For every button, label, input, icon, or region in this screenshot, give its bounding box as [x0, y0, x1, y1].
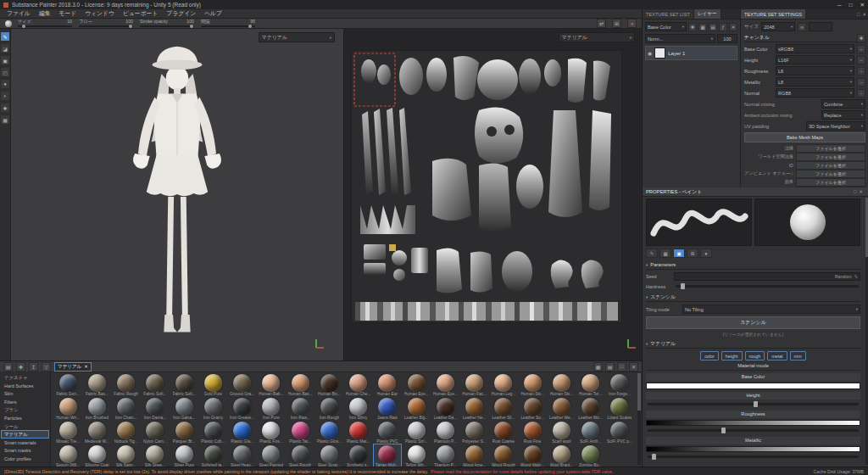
material-thumbnail[interactable]: SciFi PVC p... [605, 420, 634, 444]
shelf-category-item[interactable]: Skin [1, 389, 49, 398]
material-thumbnail[interactable]: Tartan Mult... [373, 444, 402, 467]
2d-uv-viewport[interactable]: マテリアル ▾ [343, 29, 642, 360]
material-thumbnail[interactable]: Steel Rough [286, 444, 314, 467]
material-thumbnail[interactable]: Leather So... [518, 396, 547, 420]
material-thumbnail[interactable]: Steel Painted [257, 444, 286, 467]
material-thumbnail[interactable]: Leather We... [547, 396, 576, 420]
material-thumbnail[interactable]: Human Leg... [489, 372, 518, 396]
shelf-category-item[interactable]: Smart materials [1, 439, 49, 447]
toolbar-slider[interactable]: 間隔95 [201, 20, 255, 27]
shelf-category-item[interactable]: テクスチャ [1, 373, 49, 382]
random-seed-button[interactable]: Random [835, 274, 852, 279]
slider-handle[interactable] [652, 454, 656, 460]
material-thumbnail[interactable]: Platinum P... [431, 420, 459, 444]
menu-item[interactable]: ヘルプ [200, 9, 226, 18]
texture-size-field[interactable] [809, 22, 832, 31]
hardness-slider[interactable] [676, 285, 859, 288]
bake-mesh-maps-button[interactable]: Bake Mesh Maps [744, 132, 865, 142]
tiling-mode-select[interactable]: No Tiling ▾ [682, 305, 860, 314]
uv-texture-canvas[interactable] [352, 51, 621, 322]
material-thumbnail[interactable]: Fabric Soft... [141, 372, 170, 396]
float-panel-icon[interactable]: □ [857, 12, 860, 17]
base-color-picker[interactable] [646, 383, 860, 389]
material-thumbnail[interactable]: Nylon Cam... [141, 420, 170, 444]
close-panel-icon[interactable]: ✕ [859, 189, 863, 194]
minimize-button[interactable]: ─ [837, 2, 842, 8]
material-thumbnail[interactable]: Teflon Wh... [402, 444, 431, 467]
material-thumbnail[interactable]: Parquet Br... [170, 420, 198, 444]
channel-toggle-button[interactable]: nrm [790, 351, 806, 360]
delete-layer-icon[interactable]: ✕ [729, 23, 737, 31]
folder-icon[interactable]: ▤ [3, 362, 13, 372]
normal-mixing-select[interactable]: Combine ▾ [821, 99, 865, 109]
material-thumbnail[interactable]: Iron Raw... [286, 396, 314, 420]
remove-channel-button[interactable]: − [857, 89, 865, 98]
material-thumbnail[interactable]: Human Wri... [53, 396, 82, 420]
material-thumbnail[interactable]: Scarf wool [547, 420, 576, 444]
material-thumbnail[interactable]: Rust Fine [518, 420, 547, 444]
material-thumbnail[interactable]: Leather Da... [431, 396, 459, 420]
brush-preview-icon[interactable] [5, 20, 12, 27]
material-thumbnail[interactable]: Human Che... [344, 372, 373, 396]
material-thumbnail[interactable]: Human Eye... [402, 372, 431, 396]
channel-toggle-button[interactable]: color [700, 351, 719, 360]
slider-handle[interactable] [129, 25, 132, 28]
menu-item[interactable]: プラグイン [162, 9, 200, 18]
slider-handle[interactable] [681, 283, 685, 289]
material-thumbnail[interactable]: Fabric Bas... [82, 372, 111, 396]
remove-channel-button[interactable]: − [857, 56, 865, 64]
channel-format-select[interactable]: L16F ▾ [776, 55, 854, 64]
snap-grid-icon[interactable]: ⊞ [612, 19, 621, 28]
material-thumbnail[interactable]: Human Bo... [314, 372, 343, 396]
uv-shading-mode-dropdown[interactable]: マテリアル ▾ [559, 32, 635, 42]
slider-handle[interactable] [22, 25, 25, 28]
slider-handle[interactable] [248, 25, 252, 28]
maximize-button[interactable]: □ [849, 2, 853, 8]
remove-channel-button[interactable]: − [857, 67, 865, 75]
symmetry-icon[interactable]: ⇄ [597, 19, 606, 28]
height-slider[interactable] [648, 403, 859, 405]
grid-view-icon[interactable]: ▦ [593, 362, 603, 372]
material-thumbnail[interactable]: Wood Ame... [460, 444, 489, 467]
material-thumbnail[interactable]: Wood Waln... [518, 444, 547, 467]
filter-icon[interactable]: ▽ [42, 362, 51, 372]
tab-layers[interactable]: レイヤー [694, 9, 721, 19]
roughness-slider[interactable] [648, 429, 859, 432]
active-filter-chip[interactable]: マテリアル ✕ [54, 362, 92, 372]
material-thumbnail[interactable]: Plastic Gla... [228, 420, 257, 444]
roughness-gradient[interactable] [646, 420, 860, 426]
shelf-category-item[interactable]: Filters [1, 398, 49, 406]
material-thumbnail[interactable]: Plastic Fos... [257, 420, 286, 444]
channel-format-select[interactable]: sRGB8 ▾ [776, 44, 854, 53]
viewport-settings-icon[interactable]: ● [627, 19, 637, 28]
material-thumbnail[interactable]: Wool Braid... [547, 444, 576, 467]
material-thumbnail[interactable]: Human Bab... [257, 372, 286, 396]
close-panel-icon[interactable]: ✕ [629, 362, 638, 372]
channel-format-select[interactable]: L8 ▾ [776, 66, 854, 75]
shading-mode-dropdown[interactable]: マテリアル ▾ [259, 32, 335, 42]
collapse-icon[interactable]: ▾ [646, 295, 648, 299]
material-thumbnail[interactable]: Human Eye... [431, 372, 459, 396]
material-settings-icon[interactable]: ● [700, 249, 712, 258]
toolbar-slider[interactable]: フロー100 [79, 20, 133, 27]
menu-item[interactable]: ファイル [3, 9, 35, 18]
material-thumbnail[interactable]: Iron Grainy [198, 396, 227, 420]
material-thumbnail[interactable]: Plastic PVC [373, 420, 402, 444]
add-channel-icon[interactable]: ✚ [857, 34, 865, 42]
channel-toggle-button[interactable]: rough [745, 351, 765, 360]
clone-stamp-tool[interactable]: ◐ [1, 92, 9, 100]
material-thumbnail[interactable]: Iron Brushed [82, 396, 111, 420]
channel-format-select[interactable]: RGB8 ▾ [776, 88, 854, 98]
material-thumbnail[interactable]: Wood Rough [489, 444, 518, 467]
texture-size-select[interactable]: 2048 ▾ [761, 22, 795, 31]
menu-item[interactable]: ビューポート [119, 9, 162, 18]
shelf-category-item[interactable]: Color profiles [1, 455, 49, 463]
add-resource-icon[interactable]: ✚ [16, 362, 25, 372]
material-thumbnail[interactable]: Plastic Cob... [198, 420, 227, 444]
material-thumbnail[interactable]: Plastic Stri... [402, 420, 431, 444]
edit-icon[interactable]: ✎ [854, 274, 858, 279]
metallic-gradient[interactable] [646, 446, 860, 452]
material-thumbnail[interactable]: Human Fac... [460, 372, 489, 396]
3d-viewport[interactable]: マテリアル ▾ [11, 29, 343, 360]
add-layer-icon[interactable]: ✚ [688, 23, 697, 31]
